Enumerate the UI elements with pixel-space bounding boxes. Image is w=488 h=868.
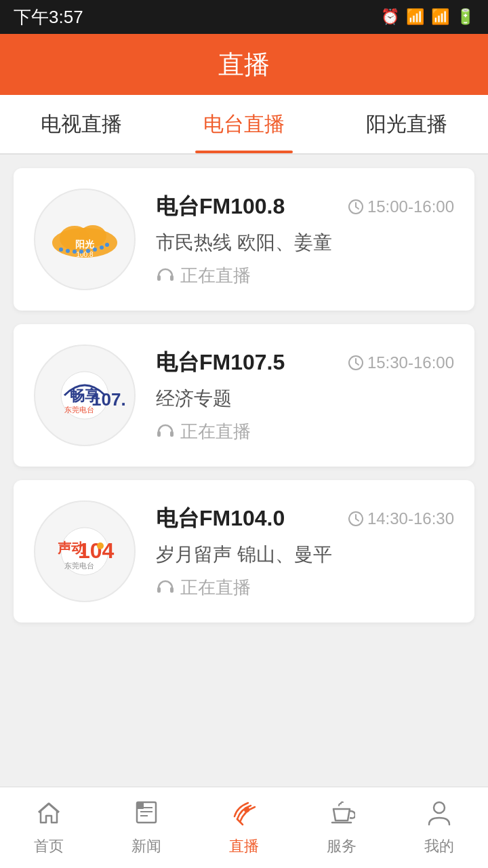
radio-desc-fm1008: 市民热线 欧阳、姜童 (156, 230, 454, 256)
status-time: 下午3:57 (14, 5, 83, 29)
battery-icon: 🔋 (456, 8, 474, 26)
svg-rect-25 (157, 431, 161, 437)
radio-title-row-fm1008: 电台FM100.8 15:00-16:00 (156, 192, 454, 222)
radio-card-fm1075[interactable]: 畅享 东莞电台 107.5 电台FM107.5 15:30-16:00 经济专题 (14, 324, 474, 467)
svg-point-6 (66, 249, 70, 253)
radio-logo-fm1075: 畅享 东莞电台 107.5 (34, 344, 136, 446)
radio-title-row-fm1040: 电台FM104.0 14:30-16:30 (156, 504, 454, 534)
svg-point-9 (86, 249, 90, 253)
svg-line-15 (356, 207, 359, 209)
radio-card-fm1040[interactable]: 声动 104 东莞电台 电台FM104.0 14:30-16:30 (14, 480, 474, 623)
radio-logo-fm1040: 声动 104 东莞电台 (34, 500, 136, 602)
headphone-icon-3 (156, 580, 175, 595)
svg-point-5 (59, 248, 63, 252)
nav-mine[interactable]: 我的 (390, 787, 488, 868)
radio-live-fm1075: 正在直播 (156, 420, 454, 443)
radio-info-fm1040: 电台FM104.0 14:30-16:30 岁月留声 锦山、曼平 (156, 504, 454, 599)
page-title: 直播 (218, 47, 270, 82)
radio-info-fm1075: 电台FM107.5 15:30-16:00 经济专题 正在直播 (156, 348, 454, 443)
clock-icon-2 (348, 355, 363, 370)
radio-time-fm1040: 14:30-16:30 (348, 509, 454, 528)
svg-text:107.5: 107.5 (92, 389, 125, 410)
tab-radio[interactable]: 电台直播 (163, 95, 325, 153)
nav-service[interactable]: 服务 (293, 787, 390, 868)
svg-text:东莞电台: 东莞电台 (64, 561, 94, 570)
tab-bar: 电视直播 电台直播 阳光直播 (0, 95, 488, 155)
radio-live-fm1040: 正在直播 (156, 576, 454, 599)
radio-card-fm1008[interactable]: 阳光 100.8 电台FM100.8 (14, 168, 474, 311)
signal-icon: 📶 (431, 8, 449, 26)
radio-live-fm1008: 正在直播 (156, 264, 454, 288)
nav-news[interactable]: 新闻 (98, 787, 195, 868)
svg-rect-17 (170, 275, 174, 281)
svg-line-34 (356, 519, 359, 521)
svg-point-30 (97, 542, 104, 549)
content-area: 阳光 100.8 电台FM100.8 (0, 155, 488, 787)
live-icon (230, 799, 258, 831)
svg-point-11 (100, 245, 104, 250)
alarm-icon: ⏰ (381, 8, 399, 26)
svg-point-8 (79, 250, 83, 254)
svg-point-45 (434, 802, 445, 813)
svg-point-7 (73, 250, 77, 254)
mine-icon (426, 799, 453, 831)
svg-rect-41 (137, 802, 144, 809)
svg-rect-36 (170, 587, 174, 593)
headphone-icon (156, 268, 175, 283)
header: 直播 (0, 34, 488, 95)
nav-news-label: 新闻 (131, 836, 161, 856)
status-icons: ⏰ 📶 📶 🔋 (381, 8, 474, 26)
radio-time-fm1075: 15:30-16:00 (348, 353, 454, 372)
tab-sunshine[interactable]: 阳光直播 (325, 95, 488, 153)
radio-desc-fm1075: 经济专题 (156, 386, 454, 412)
svg-rect-35 (157, 587, 161, 593)
clock-icon (348, 199, 363, 214)
nav-live[interactable]: 直播 (195, 787, 293, 868)
radio-title-row-fm1075: 电台FM107.5 15:30-16:00 (156, 348, 454, 378)
nav-live-label: 直播 (229, 836, 259, 856)
svg-text:104: 104 (78, 538, 115, 563)
radio-name-fm1040: 电台FM104.0 (156, 504, 285, 534)
svg-line-24 (356, 363, 359, 365)
radio-name-fm1075: 电台FM107.5 (156, 348, 285, 378)
svg-text:东莞电台: 东莞电台 (64, 406, 94, 414)
svg-rect-16 (157, 275, 161, 281)
nav-home-label: 首页 (34, 836, 64, 856)
radio-time-fm1008: 15:00-16:00 (348, 197, 454, 216)
radio-logo-fm1008: 阳光 100.8 (34, 189, 136, 290)
news-icon (133, 799, 160, 831)
clock-icon-3 (348, 511, 363, 526)
status-bar: 下午3:57 ⏰ 📶 📶 🔋 (0, 0, 488, 34)
svg-point-10 (93, 248, 97, 252)
svg-text:100.8: 100.8 (76, 251, 93, 258)
svg-text:阳光: 阳光 (75, 239, 94, 250)
radio-info-fm1008: 电台FM100.8 15:00-16:00 市民热线 欧阳、姜童 (156, 192, 454, 288)
nav-service-label: 服务 (327, 836, 357, 856)
home-icon (35, 799, 62, 831)
nav-home[interactable]: 首页 (0, 787, 98, 868)
headphone-icon-2 (156, 424, 175, 439)
tab-tv[interactable]: 电视直播 (0, 95, 163, 153)
svg-rect-26 (170, 431, 174, 437)
bottom-nav: 首页 新闻 直播 (0, 787, 488, 868)
service-icon (328, 799, 355, 831)
wifi-icon: 📶 (406, 8, 424, 26)
radio-name-fm1008: 电台FM100.8 (156, 192, 285, 222)
nav-mine-label: 我的 (424, 836, 454, 856)
radio-desc-fm1040: 岁月留声 锦山、曼平 (156, 542, 454, 568)
svg-point-12 (105, 243, 109, 247)
